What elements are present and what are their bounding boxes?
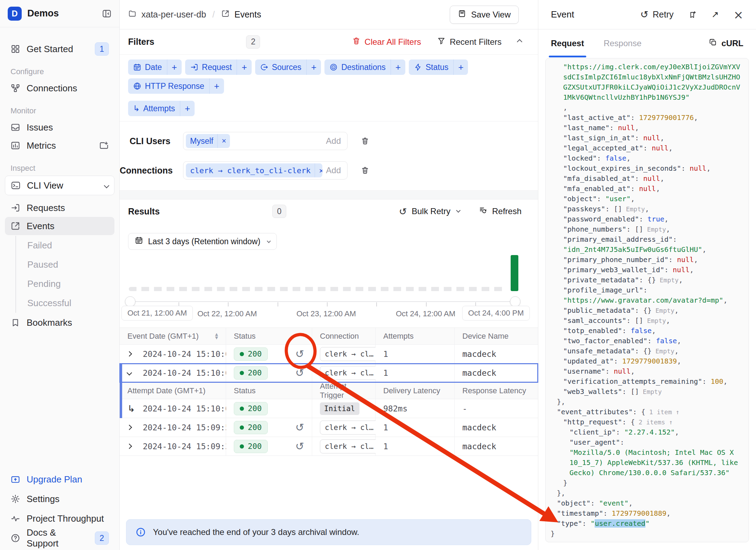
add-value-button[interactable]: Add (326, 136, 341, 146)
slider-handle-left[interactable] (125, 296, 135, 307)
retry-button[interactable]: ↺ Retry (640, 9, 673, 20)
addchart-icon[interactable] (99, 141, 109, 150)
timeline-slider-track[interactable] (130, 301, 515, 302)
add-filter-icon[interactable]: + (237, 59, 251, 75)
sidebar-item-bookmarks[interactable]: Bookmarks (5, 313, 114, 332)
attempt-row[interactable]: ↳2024-10-24 15:10:03200Initial982ms- (120, 399, 538, 418)
column-header-connection[interactable]: Connection (312, 328, 376, 345)
column-header-attempts[interactable]: Attempts (376, 328, 455, 345)
add-filter-icon[interactable]: + (180, 101, 195, 116)
collapse-sidebar-icon[interactable] (102, 9, 112, 19)
filter-chip-status[interactable]: Status+ (409, 59, 468, 75)
retry-icon[interactable]: ↺ (295, 349, 304, 359)
bulk-retry-button[interactable]: ↺ Bulk Retry (399, 206, 460, 216)
sidebar-item-label: Docs & Support (27, 527, 89, 549)
add-value-button[interactable]: Add (326, 165, 341, 175)
retry-icon[interactable]: ↺ (295, 422, 304, 433)
event-date: 2024-10-24 15:09:35 (143, 442, 235, 451)
filter-chip-request[interactable]: Request+ (185, 59, 252, 75)
remove-value-icon[interactable]: × (217, 134, 230, 148)
filter-value-row: Connectionsclerk → clerk_to_cli-clerk×Ad… (120, 161, 538, 179)
cli-view-select[interactable]: CLI View (5, 176, 114, 195)
column-header-status[interactable]: Status (226, 328, 312, 345)
sidebar-item-docs-support[interactable]: Docs & Support2 (5, 529, 114, 547)
delete-filter-icon[interactable] (361, 137, 369, 145)
sidebar-item-issues[interactable]: Issues (5, 118, 114, 136)
cli-users-input[interactable]: Myself×Add (183, 132, 348, 150)
filter-chip-attempts[interactable]: ↳Attempts+ (128, 101, 195, 116)
delete-filter-icon[interactable] (361, 166, 369, 175)
sidebar-item-successful[interactable]: Successful (16, 294, 119, 313)
column-header-device-name[interactable]: Device Name (455, 328, 538, 345)
connection-chip[interactable]: clerk → cl… (320, 439, 378, 453)
filter-chip-label: Destinations (341, 63, 386, 72)
results-bar: Results 0 ↺ Bulk Retry Refresh (120, 199, 538, 223)
chevron-right-icon[interactable] (127, 352, 138, 356)
add-filter-icon[interactable]: + (391, 59, 405, 75)
request-payload-viewer[interactable]: "https://img.clerk.com/eyJ0eXBlIjoiZGVmY… (545, 58, 749, 542)
copy-icon (709, 38, 717, 49)
chevron-right-icon[interactable] (127, 425, 138, 429)
tab-response[interactable]: Response (604, 29, 642, 57)
filter-chip-destinations[interactable]: Destinations+ (324, 59, 405, 75)
add-filter-icon[interactable]: + (453, 59, 468, 75)
sidebar-nav: Get Started 1 ConfigureConnectionsMonito… (0, 27, 119, 467)
sidebar-item-paused[interactable]: Paused (16, 255, 119, 274)
add-filter-icon[interactable]: + (209, 78, 224, 94)
connection-chip[interactable]: clerk → cl… (320, 421, 378, 435)
event-row[interactable]: 2024-10-24 15:09:50200↺clerk → cl…1macde… (120, 418, 538, 437)
retry-icon[interactable]: ↺ (295, 368, 304, 378)
breadcrumb-project[interactable]: xata-per-user-db (141, 9, 206, 20)
clear-all-filters-button[interactable]: Clear All Filters (352, 37, 421, 47)
event-row[interactable]: 2024-10-24 15:09:35200↺clerk → cl…1macde… (120, 437, 538, 456)
connections-input[interactable]: clerk → clerk_to_cli-clerk×Add (183, 161, 348, 179)
connection-chip[interactable]: clerk → cl… (320, 366, 378, 380)
sidebar-item-label: Settings (27, 494, 59, 505)
sidebar-item-settings[interactable]: Settings (5, 490, 114, 508)
attempt-arrow-icon: ↳ (127, 403, 138, 414)
column-header-event-date-gmt-1[interactable]: Event Date (GMT+1)▲▼ (120, 328, 226, 345)
slider-handle-right[interactable] (510, 296, 520, 307)
filter-value-row: CLI UsersMyself×Add (120, 132, 538, 150)
save-view-button[interactable]: Save View (450, 6, 519, 24)
chevron-right-icon[interactable] (127, 444, 138, 448)
request-icon (190, 63, 198, 71)
sidebar-item-failed[interactable]: Failed (16, 236, 119, 255)
bookmark-add-icon[interactable] (688, 10, 697, 19)
retry-icon[interactable]: ↺ (295, 441, 304, 452)
sidebar-item-events[interactable]: Events (5, 217, 114, 235)
add-filter-icon[interactable]: + (306, 59, 321, 75)
sidebar-item-requests[interactable]: Requests (5, 199, 114, 217)
date-range-select[interactable]: Last 3 days (Retention window) (128, 233, 277, 250)
expanded-event-group: 2024-10-24 15:10:02200↺clerk → cl…1macde… (120, 364, 538, 418)
refresh-button[interactable]: Refresh (479, 206, 522, 217)
requests-icon (10, 203, 20, 213)
workspace-logo[interactable]: D (8, 7, 22, 21)
sidebar-item-connections[interactable]: Connections (5, 79, 114, 97)
recent-filters-label: Recent Filters (450, 37, 502, 47)
workspace-header: D Demos (0, 0, 119, 27)
sidebar-item-get-started[interactable]: Get Started 1 (5, 40, 114, 58)
collapse-filters-icon[interactable] (517, 39, 523, 45)
connection-chip[interactable]: clerk → cl… (320, 347, 378, 361)
filter-chip-sources[interactable]: Sources+ (255, 59, 321, 75)
help-icon (10, 533, 20, 543)
sidebar-item-upgrade-plan[interactable]: Upgrade Plan (5, 470, 114, 488)
event-row[interactable]: 2024-10-24 15:10:02200↺clerk → cl…1macde… (120, 345, 538, 364)
sort-icon[interactable]: ▲▼ (215, 333, 218, 340)
recent-filters-button[interactable]: Recent Filters (437, 37, 502, 47)
curl-button[interactable]: cURL (709, 38, 743, 49)
open-external-icon[interactable]: ↗ (712, 9, 719, 20)
sub-column-header-attempt-trigger: Attempt Trigger (312, 382, 376, 399)
close-icon[interactable]: × (734, 9, 744, 21)
sidebar-item-pending[interactable]: Pending (16, 274, 119, 294)
tab-request[interactable]: Request (551, 29, 584, 57)
remove-value-icon[interactable]: × (315, 163, 322, 177)
add-filter-icon[interactable]: + (167, 59, 182, 75)
sidebar-item-project-throughput[interactable]: Project Throughput (5, 509, 114, 528)
chevron-down-icon[interactable] (127, 371, 138, 375)
filter-chip-date[interactable]: Date+ (128, 59, 182, 75)
filter-chip-http-response[interactable]: HTTP Response+ (128, 78, 224, 94)
event-row[interactable]: 2024-10-24 15:10:02200↺clerk → cl…1macde… (120, 364, 538, 382)
sidebar-item-metrics[interactable]: Metrics (5, 136, 114, 155)
